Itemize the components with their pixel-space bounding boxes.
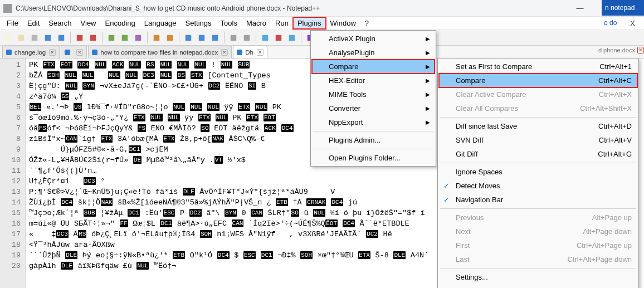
toolbar-button[interactable] — [209, 32, 221, 43]
toolbar-button[interactable] — [286, 32, 297, 43]
menu-item-label: Open Plugins Folder... — [329, 154, 401, 162]
menu-search[interactable]: Search — [44, 17, 76, 29]
tab[interactable]: change.log✕ — [2, 46, 60, 58]
svg-rect-8 — [122, 35, 128, 41]
menu-item-compare[interactable]: Compare▶ — [312, 60, 435, 74]
menu-item-compare[interactable]: CompareCtrl+Alt+C — [439, 74, 637, 87]
toolbar-button[interactable] — [29, 32, 40, 43]
menu-encoding[interactable]: Encoding — [101, 17, 140, 29]
compare-submenu: Set as First to CompareCtrl+Alt+1Compare… — [437, 58, 639, 288]
tab-close[interactable]: ✕ — [76, 49, 83, 56]
toolbar-button[interactable] — [56, 32, 67, 43]
menu-item-clear-all-compares: Clear All ComparesCtrl+Alt+Shift+X — [439, 101, 637, 115]
gutter-line: 12 — [0, 176, 21, 187]
tab-overflow-close[interactable]: ✕ — [637, 47, 644, 53]
menu-item-converter[interactable]: Converter▶ — [312, 101, 435, 115]
menu-item-navigation-bar[interactable]: ✓Navigation Bar — [439, 193, 637, 207]
tab-close[interactable]: ✕ — [221, 49, 228, 56]
menu-item-set-as-first-to-compare[interactable]: Set as First to CompareCtrl+Alt+1 — [439, 60, 637, 74]
toolbar-button[interactable] — [119, 32, 130, 43]
menu-item-svn-diff[interactable]: SVN DiffCtrl+Alt+V — [439, 133, 637, 147]
menu-item-diff-since-last-save[interactable]: Diff since last SaveCtrl+Alt+D — [439, 119, 637, 133]
menu-shortcut: Ctrl+Alt+D — [598, 122, 632, 130]
menu-item-open-plugins-folder[interactable]: Open Plugins Folder... — [312, 151, 435, 165]
gutter-line: 3 — [0, 81, 21, 91]
window-maximize[interactable]: ☐ — [593, 0, 618, 17]
menu-item-activex-plugin[interactable]: ActiveX Plugin▶ — [312, 32, 435, 46]
svg-rect-12 — [186, 35, 192, 41]
menu-file[interactable]: File — [2, 17, 23, 29]
menu-item-about[interactable]: About... — [439, 284, 637, 288]
menu-item-settings[interactable]: Settings... — [439, 270, 637, 284]
toolbar-button[interactable] — [2, 32, 13, 43]
svg-rect-3 — [45, 35, 51, 41]
submenu-arrow-icon: ▶ — [426, 105, 430, 111]
plugins-menu: ActiveX Plugin▶AnalysePlugin▶Compare▶HEX… — [310, 30, 436, 167]
menu-edit[interactable]: Edit — [23, 17, 44, 29]
tab-close[interactable]: ✕ — [257, 49, 264, 56]
toolbar-button[interactable] — [273, 32, 284, 43]
tab-save-icon — [6, 50, 12, 55]
tab-close[interactable]: ✕ — [49, 49, 56, 56]
code-line: P:¶'Š€®>V¿¦`Œ~KnÛ5}u¡Ç«è!Tó fä*iš DLE Åv… — [29, 187, 428, 197]
doc-close-x[interactable]: X — [623, 19, 642, 28]
window-title: C:\Users\LENOVO\Downloads\Dharani_S_how … — [16, 4, 567, 12]
toolbar-button[interactable] — [241, 32, 252, 43]
svg-rect-2 — [32, 35, 38, 41]
menu-shortcut: Ctrl+Alt+Shift+X — [580, 104, 632, 113]
toolbar-button[interactable] — [87, 32, 99, 43]
toolbar-button[interactable] — [151, 32, 162, 43]
toolbar-button[interactable] — [260, 32, 271, 43]
toolbar-button[interactable] — [164, 32, 175, 43]
svg-rect-6 — [90, 35, 96, 41]
toolbar-button[interactable] — [228, 32, 239, 43]
menu-tools[interactable]: Tools — [216, 17, 242, 29]
menu-view[interactable]: View — [76, 17, 101, 29]
menu-item-plugins-admin[interactable]: Plugins Admin... — [312, 133, 435, 147]
gutter-line: 4 — [0, 91, 21, 102]
gutter-line: 8 — [0, 134, 21, 144]
svg-rect-1 — [18, 35, 25, 41]
menu-item-analyseplugin[interactable]: AnalysePlugin▶ — [312, 46, 435, 60]
menu-language[interactable]: Language — [140, 17, 181, 29]
submenu-arrow-icon: ▶ — [426, 64, 430, 70]
submenu-arrow-icon: ▶ — [426, 50, 430, 56]
toolbar-button[interactable] — [16, 32, 27, 43]
menu-item-nppexport[interactable]: NppExport▶ — [312, 115, 435, 129]
tab[interactable]: ✕ — [61, 46, 87, 58]
gutter-line: 15 — [0, 208, 21, 218]
menu-macro[interactable]: Macro — [242, 17, 271, 29]
toolbar-button[interactable] — [133, 32, 144, 43]
gutter-line: 7 — [0, 123, 21, 134]
menu-item-label: Navigation Bar — [456, 196, 503, 204]
tab-label: how to compare two files in notepad.docx — [100, 49, 218, 56]
menu-settings[interactable]: Settings — [181, 17, 216, 29]
menu-item-detect-moves[interactable]: ✓Detect Moves — [439, 179, 637, 193]
code-line: ˙˙¶¿f'Ôš{(]Ù'n… — [29, 165, 428, 176]
toolbar-button[interactable] — [106, 32, 117, 43]
tab[interactable]: Dh✕ — [233, 46, 267, 58]
menu-run[interactable]: Run — [271, 17, 293, 29]
toolbar-button[interactable] — [42, 32, 53, 43]
menu-item-ignore-spaces[interactable]: Ignore Spaces — [439, 165, 637, 179]
menu-help[interactable]: ? — [360, 17, 373, 29]
menu-item-label: Next — [456, 227, 471, 236]
submenu-arrow-icon: ▶ — [426, 36, 430, 42]
code-line: U†¿ÈÇr*¤1 DC3 ° — [29, 176, 428, 187]
menu-plugins[interactable]: Plugins — [293, 17, 326, 29]
tab-label: change.log — [14, 49, 46, 56]
gutter-line: 18 — [0, 240, 21, 250]
window-close[interactable]: ✕ — [618, 0, 644, 17]
menu-window[interactable]: Window — [326, 17, 360, 29]
submenu-arrow-icon: ▶ — [426, 119, 430, 125]
toolbar-button[interactable] — [74, 32, 85, 43]
menu-item-git-diff[interactable]: Git DiffCtrl+Alt+G — [439, 147, 637, 161]
menu-item-label: MIME Tools — [329, 90, 367, 99]
toolbar-button[interactable] — [196, 32, 207, 43]
window-minimize[interactable]: — — [567, 0, 593, 17]
menu-item-mime-tools[interactable]: MIME Tools▶ — [312, 87, 435, 101]
menu-item-hex-editor[interactable]: HEX-Editor▶ — [312, 74, 435, 87]
tab[interactable]: how to compare two files in notepad.docx… — [88, 46, 232, 58]
toolbar-button[interactable] — [183, 32, 194, 43]
menu-item-label: HEX-Editor — [329, 76, 365, 85]
